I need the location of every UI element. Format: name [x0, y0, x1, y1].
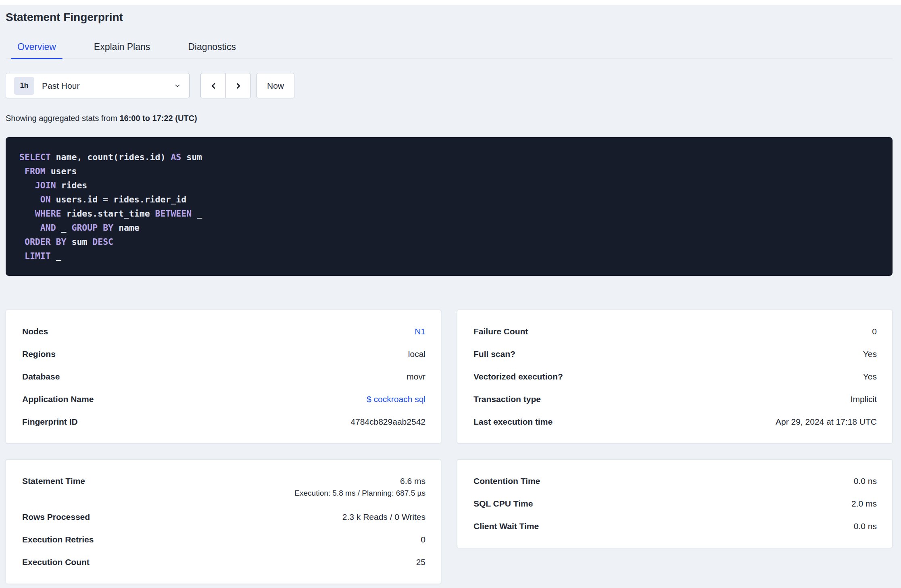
- info-value: local: [408, 349, 425, 359]
- info-label: Last execution time: [473, 417, 553, 427]
- tab-overview[interactable]: Overview: [11, 41, 63, 58]
- row-database: Databasemovr: [22, 365, 425, 388]
- row-regions: Regionslocal: [22, 343, 425, 365]
- previous-time-range-button[interactable]: [200, 73, 226, 98]
- info-value-wrap: movr: [407, 371, 425, 382]
- now-button[interactable]: Now: [257, 73, 294, 98]
- info-value: 25: [416, 557, 425, 567]
- info-value-wrap: 2.0 ms: [851, 498, 877, 509]
- info-label: Execution Retries: [22, 534, 94, 545]
- row-rows-processed: Rows Processed2.3 k Reads / 0 Writes: [22, 506, 425, 528]
- sql-line: AND _ GROUP BY name: [19, 221, 879, 235]
- info-value-wrap: Apr 29, 2024 at 17:18 UTC: [776, 417, 877, 427]
- info-value-wrap: 25: [416, 557, 425, 567]
- info-value: 0: [421, 535, 425, 544]
- sql-line: WHERE rides.start_time BETWEEN _: [19, 206, 879, 221]
- row-application-name: Application Name$ cockroach sql: [22, 388, 425, 411]
- info-value-link[interactable]: $ cockroach sql: [367, 394, 425, 404]
- info-label: Rows Processed: [22, 512, 90, 522]
- info-label: Full scan?: [473, 349, 515, 359]
- chevron-right-icon: [234, 81, 243, 90]
- tab-diagnostics[interactable]: Diagnostics: [181, 41, 242, 58]
- info-value-wrap: Yes: [863, 349, 877, 359]
- info-label: SQL CPU Time: [473, 498, 533, 509]
- info-value: 4784cb829aab2542: [350, 417, 425, 426]
- info-value-wrap: 0: [421, 534, 425, 545]
- tab-explain-plans[interactable]: Explain Plans: [88, 41, 156, 58]
- info-value: Implicit: [851, 394, 877, 404]
- info-value: movr: [407, 372, 425, 381]
- info-value-link[interactable]: N1: [415, 327, 425, 336]
- chevron-down-icon: [174, 82, 181, 90]
- info-value: 2.3 k Reads / 0 Writes: [342, 512, 425, 521]
- info-label: Statement Time: [22, 476, 85, 486]
- stats-line-range: 16:00 to 17:22 (UTC): [119, 114, 197, 123]
- info-value: 6.6 ms: [400, 476, 425, 486]
- sql-line: ORDER BY sum DESC: [19, 235, 879, 249]
- info-value-wrap: 0.0 ns: [854, 521, 877, 532]
- info-value-wrap: $ cockroach sql: [367, 394, 425, 405]
- sql-line: LIMIT _: [19, 249, 879, 263]
- row-sql-cpu-time: SQL CPU Time2.0 ms: [473, 492, 877, 515]
- info-value-wrap: local: [408, 349, 425, 359]
- tab-bar: Overview Explain Plans Diagnostics: [6, 41, 893, 59]
- info-value-wrap: 2.3 k Reads / 0 Writes: [342, 512, 425, 522]
- row-full-scan: Full scan?Yes: [473, 343, 877, 365]
- stats-line-prefix: Showing aggregated stats from: [6, 114, 117, 123]
- sql-statement-box: SELECT name, count(rides.id) AS sum FROM…: [6, 137, 893, 276]
- time-step-buttons: [200, 73, 251, 98]
- info-value-wrap: N1: [415, 326, 425, 337]
- info-value-wrap: Yes: [863, 371, 877, 382]
- info-value-wrap: 4784cb829aab2542: [350, 417, 425, 427]
- info-label: Fingerprint ID: [22, 417, 78, 427]
- statement-details-card: NodesN1RegionslocalDatabasemovrApplicati…: [6, 310, 441, 444]
- time-range-badge: 1h: [14, 77, 34, 95]
- info-value: 0: [872, 327, 877, 336]
- chevron-left-icon: [209, 81, 218, 90]
- info-label: Contention Time: [473, 476, 540, 486]
- info-label: Regions: [22, 349, 56, 359]
- aggregated-stats-line: Showing aggregated stats from 16:00 to 1…: [6, 114, 893, 123]
- info-value-wrap: 6.6 msExecution: 5.8 ms / Planning: 687.…: [294, 476, 425, 500]
- info-label: Vectorized execution?: [473, 371, 563, 382]
- info-label: Database: [22, 371, 60, 382]
- info-value: Yes: [863, 372, 877, 381]
- row-statement-time: Statement Time6.6 msExecution: 5.8 ms / …: [22, 470, 425, 506]
- info-value-wrap: 0.0 ns: [854, 476, 877, 486]
- sql-line: SELECT name, count(rides.id) AS sum: [19, 150, 879, 164]
- info-value-wrap: 0: [872, 326, 877, 337]
- row-execution-retries: Execution Retries0: [22, 528, 425, 551]
- row-contention-time: Contention Time0.0 ns: [473, 470, 877, 492]
- info-label: Nodes: [22, 326, 48, 337]
- time-range-dropdown[interactable]: 1h Past Hour: [6, 73, 190, 98]
- info-value-subtext: Execution: 5.8 ms / Planning: 687.5 µs: [294, 486, 425, 500]
- info-label: Failure Count: [473, 326, 528, 337]
- execution-attributes-card: Failure Count0Full scan?YesVectorized ex…: [457, 310, 893, 444]
- time-range-label: Past Hour: [42, 81, 174, 91]
- next-time-range-button[interactable]: [225, 73, 251, 98]
- top-strip: [0, 0, 901, 5]
- row-fingerprint-id: Fingerprint ID4784cb829aab2542: [22, 411, 425, 433]
- info-value-wrap: Implicit: [851, 394, 877, 405]
- statement-timing-card: Statement Time6.6 msExecution: 5.8 ms / …: [6, 459, 441, 584]
- row-last-execution-time: Last execution timeApr 29, 2024 at 17:18…: [473, 411, 877, 433]
- row-failure-count: Failure Count0: [473, 320, 877, 343]
- time-toolbar: 1h Past Hour Now: [6, 73, 893, 98]
- row-vectorized-execution: Vectorized execution?Yes: [473, 365, 877, 388]
- sql-line: ON users.id = rides.rider_id: [19, 192, 879, 206]
- row-nodes: NodesN1: [22, 320, 425, 343]
- row-client-wait-time: Client Wait Time0.0 ns: [473, 515, 877, 538]
- content: Statement Fingerprint Overview Explain P…: [0, 10, 901, 584]
- info-label: Transaction type: [473, 394, 541, 405]
- sql-line: JOIN rides: [19, 178, 879, 192]
- page-title: Statement Fingerprint: [6, 10, 893, 24]
- info-value: 2.0 ms: [851, 499, 877, 508]
- info-value: 0.0 ns: [854, 476, 877, 486]
- info-label: Client Wait Time: [473, 521, 539, 532]
- info-label: Execution Count: [22, 557, 90, 567]
- sql-line: FROM users: [19, 164, 879, 178]
- info-label: Application Name: [22, 394, 94, 405]
- statement-fingerprint-page: Statement Fingerprint Overview Explain P…: [0, 0, 901, 588]
- info-value: Yes: [863, 349, 877, 359]
- wait-time-card: Contention Time0.0 nsSQL CPU Time2.0 msC…: [457, 459, 893, 548]
